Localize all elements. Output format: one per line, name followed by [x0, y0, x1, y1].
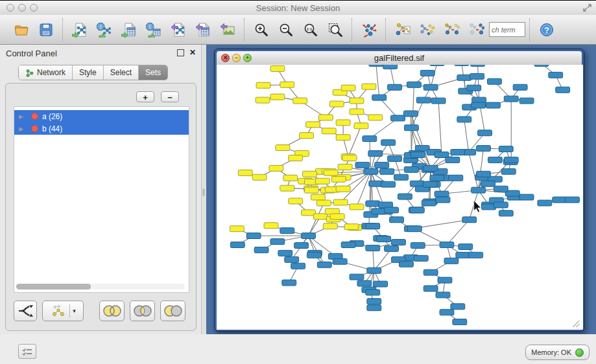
graph-node-blue[interactable] [307, 252, 322, 258]
graph-node-blue[interactable] [368, 151, 383, 157]
graph-node-blue[interactable] [414, 255, 428, 261]
graph-node-yellow[interactable] [344, 224, 359, 230]
graph-node-yellow[interactable] [315, 178, 329, 184]
graph-node-blue[interactable] [519, 98, 534, 104]
difference-sets-button[interactable] [160, 301, 185, 321]
graph-node-blue[interactable] [451, 304, 465, 310]
graph-node-blue[interactable] [391, 115, 405, 121]
graph-node-yellow[interactable] [313, 214, 328, 220]
graph-node-blue[interactable] [423, 286, 438, 291]
intersect-sets-button[interactable] [130, 301, 155, 321]
dropdown-arrow-icon[interactable]: ▾ [73, 308, 76, 314]
graph-node-yellow[interactable] [350, 204, 364, 210]
graph-node-blue[interactable] [534, 65, 549, 66]
union-sets-button[interactable] [99, 301, 125, 321]
graph-node-blue[interactable] [375, 162, 389, 168]
graph-node-blue[interactable] [388, 155, 402, 161]
graph-node-blue[interactable] [457, 74, 471, 80]
graph-node-blue[interactable] [369, 65, 383, 66]
graph-node-yellow[interactable] [270, 65, 285, 71]
graph-node-blue[interactable] [455, 65, 469, 65]
graph-node-yellow[interactable] [264, 223, 278, 229]
graph-node-blue[interactable] [403, 111, 418, 117]
graph-node-yellow[interactable] [256, 82, 270, 88]
graph-node-blue[interactable] [366, 223, 380, 229]
graph-node-blue[interactable] [254, 247, 268, 253]
graph-node-blue[interactable] [566, 197, 580, 203]
graph-node-yellow[interactable] [336, 135, 350, 141]
graph-node-blue[interactable] [486, 102, 501, 108]
create-set-button[interactable]: ▾ [42, 301, 84, 321]
graph-node-blue[interactable] [410, 207, 424, 213]
graph-node-blue[interactable] [367, 299, 381, 304]
graph-node-blue[interactable] [364, 168, 378, 174]
graph-node-blue[interactable] [504, 96, 518, 102]
graph-node-blue[interactable] [367, 305, 381, 311]
graph-node-blue[interactable] [478, 130, 492, 136]
graph-node-blue[interactable] [423, 269, 438, 275]
memory-status-button[interactable]: Memory: OK [525, 345, 590, 360]
fullscreen-arrows-icon[interactable] [582, 3, 592, 16]
graph-node-yellow[interactable] [336, 186, 350, 192]
graph-node-yellow[interactable] [311, 194, 326, 200]
zoom-fit-selected-button[interactable] [323, 17, 348, 42]
graph-node-yellow[interactable] [329, 101, 344, 107]
graph-node-blue[interactable] [438, 277, 452, 283]
graph-node-yellow[interactable] [300, 133, 314, 139]
graph-node-blue[interactable] [494, 202, 508, 208]
graph-node-blue[interactable] [294, 242, 309, 248]
graph-node-blue[interactable] [278, 250, 292, 256]
apply-preferred-layout-button[interactable] [357, 17, 381, 42]
expand-caret-icon[interactable]: ▶ [19, 126, 23, 132]
graph-node-yellow[interactable] [331, 176, 346, 182]
tab-sets[interactable]: Sets [139, 65, 167, 80]
graph-node-blue[interactable] [423, 181, 437, 187]
graph-node-yellow[interactable] [252, 174, 267, 180]
import-table-web-button[interactable] [141, 17, 166, 42]
help-button[interactable]: ? [534, 17, 559, 42]
graph-node-yellow[interactable] [342, 155, 357, 161]
graph-node-blue[interactable] [372, 209, 386, 214]
graph-node-blue[interactable] [366, 290, 380, 295]
graph-node-blue[interactable] [556, 87, 570, 93]
show-hide-selection-button[interactable] [464, 17, 489, 42]
graph-node-yellow[interactable] [330, 214, 344, 220]
add-set-button[interactable]: + [136, 91, 154, 102]
graph-node-blue[interactable] [471, 187, 486, 193]
graph-node-blue[interactable] [407, 82, 421, 87]
graph-node-yellow[interactable] [350, 98, 364, 104]
import-network-file-button[interactable] [67, 17, 92, 42]
graph-node-yellow[interactable] [368, 115, 383, 120]
graph-node-blue[interactable] [469, 252, 483, 258]
save-session-button[interactable] [34, 17, 58, 42]
graph-node-blue[interactable] [317, 262, 331, 267]
float-panel-icon[interactable] [177, 49, 184, 56]
zoom-actual-size-button[interactable]: 1:1 [298, 17, 323, 42]
graph-node-blue[interactable] [457, 117, 471, 122]
graph-node-blue[interactable] [449, 175, 463, 181]
graph-node-blue[interactable] [383, 65, 398, 69]
graph-node-yellow[interactable] [354, 123, 368, 129]
graph-node-blue[interactable] [390, 217, 404, 223]
graph-node-blue[interactable] [411, 242, 425, 248]
graph-node-yellow[interactable] [276, 145, 290, 151]
graph-node-blue[interactable] [374, 281, 388, 287]
graph-node-blue[interactable] [380, 168, 394, 174]
graph-node-blue[interactable] [282, 280, 296, 286]
graph-node-blue[interactable] [366, 245, 380, 251]
export-image-button[interactable] [215, 17, 240, 42]
graph-node-blue[interactable] [280, 228, 294, 234]
graph-node-yellow[interactable] [350, 109, 364, 115]
graph-node-yellow[interactable] [336, 120, 350, 126]
task-history-button[interactable] [18, 344, 36, 359]
graph-node-blue[interactable] [481, 181, 495, 187]
new-network-from-selection-button[interactable] [390, 17, 415, 42]
graph-node-blue[interactable] [366, 201, 380, 207]
graph-node-blue[interactable] [436, 197, 450, 203]
graph-node-blue[interactable] [501, 168, 516, 174]
graph-node-blue[interactable] [499, 146, 513, 152]
graph-node-blue[interactable] [285, 256, 299, 262]
graph-node-blue[interactable] [341, 242, 355, 247]
graph-node-yellow[interactable] [324, 170, 338, 176]
graph-node-yellow[interactable] [256, 97, 270, 103]
